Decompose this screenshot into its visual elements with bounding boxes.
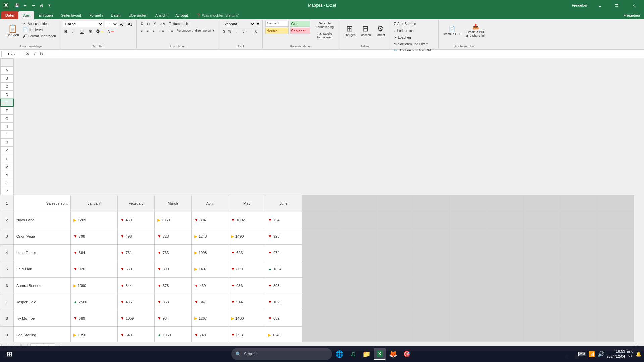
cell-I1[interactable] <box>339 195 376 212</box>
cell-E9[interactable]: ▼748 <box>192 327 228 342</box>
cell-D5[interactable]: ▼390 <box>155 261 192 278</box>
col-header-N[interactable]: N <box>0 171 14 179</box>
cell-C6[interactable]: ▼844 <box>118 278 155 294</box>
network-icon[interactable]: 📶 <box>588 351 595 357</box>
cell-L9[interactable] <box>450 327 487 342</box>
cell-I9[interactable] <box>339 327 376 342</box>
taskbar-unknown-icon[interactable]: 🎯 <box>400 348 413 360</box>
align-left-btn[interactable]: ≡ <box>139 27 144 34</box>
cell-O7[interactable] <box>560 294 597 310</box>
cell-L7[interactable] <box>450 294 487 310</box>
cell-K4[interactable] <box>413 245 450 261</box>
taskbar-chrome-icon[interactable]: 🌐 <box>333 348 345 360</box>
cell-F4[interactable]: ▼623 <box>228 245 265 261</box>
cell-N8[interactable] <box>524 310 560 327</box>
cell-P9[interactable] <box>597 327 634 342</box>
tab-einfuegen[interactable]: Einfügen <box>34 11 57 19</box>
cell-L4[interactable] <box>450 245 487 261</box>
col-header-A[interactable]: A <box>0 66 14 74</box>
number-format-select[interactable]: Standard <box>222 21 255 27</box>
close-btn[interactable]: ✕ <box>626 0 641 11</box>
cell-P3[interactable] <box>597 228 634 245</box>
cell-N7[interactable] <box>524 294 560 310</box>
cell-L5[interactable] <box>450 261 487 278</box>
taskbar-excel-icon[interactable]: X <box>374 348 386 360</box>
cell-P7[interactable] <box>597 294 634 310</box>
align-center-btn[interactable]: ≡ <box>145 27 150 34</box>
tab-search[interactable]: ❓ Was möchten Sie tun? <box>192 11 243 19</box>
cell-H3[interactable] <box>302 228 339 245</box>
cell-F2[interactable]: ▼1002 <box>228 212 265 228</box>
row-header-1[interactable]: 1 <box>0 195 14 212</box>
cell-D1[interactable]: March <box>155 195 192 212</box>
cell-H7[interactable] <box>302 294 339 310</box>
tab-start[interactable]: Start <box>18 11 34 19</box>
col-header-B[interactable]: B <box>0 74 14 82</box>
cell-P6[interactable] <box>597 278 634 294</box>
cell-A6[interactable]: Aurora Bennett <box>14 278 71 294</box>
cell-M1[interactable] <box>487 195 524 212</box>
cell-G3[interactable]: ▼923 <box>265 228 302 245</box>
cell-M7[interactable] <box>487 294 524 310</box>
dropdown-icon[interactable]: ▼ <box>46 2 53 9</box>
cell-I4[interactable] <box>339 245 376 261</box>
col-header-H[interactable]: H <box>0 123 14 131</box>
font-name-select[interactable]: Calibri <box>63 21 103 27</box>
cell-D7[interactable]: ▼863 <box>155 294 192 310</box>
underline-btn[interactable]: U <box>79 28 86 34</box>
cell-I8[interactable] <box>339 310 376 327</box>
cell-F6[interactable]: ▼986 <box>228 278 265 294</box>
tab-datei[interactable]: Datei <box>1 11 18 19</box>
cell-H5[interactable] <box>302 261 339 278</box>
cell-K8[interactable] <box>413 310 450 327</box>
col-header-J[interactable]: J <box>0 139 14 147</box>
cell-N2[interactable] <box>524 212 560 228</box>
font-color-btn[interactable]: A▬ <box>106 28 115 34</box>
decimal-dec-btn[interactable]: ←.0 <box>250 28 258 34</box>
cell-G7[interactable]: ▼1025 <box>265 294 302 310</box>
number-format-btn[interactable]: ▼ <box>256 22 260 26</box>
cell-reference-input[interactable]: E23 <box>1 51 21 57</box>
format-painter-btn[interactable]: 🖌 Format übertragen <box>21 33 57 39</box>
insert-cell-btn[interactable]: ⊞ Einfügen <box>342 21 357 41</box>
cell-C5[interactable]: ▼650 <box>118 261 155 278</box>
cell-G9[interactable]: ▶1340 <box>265 327 302 342</box>
volume-icon[interactable]: 🔊 <box>598 351 604 357</box>
cell-D2[interactable]: ▶1350 <box>155 212 192 228</box>
cell-J8[interactable] <box>376 310 413 327</box>
cell-D9[interactable]: ▲1950 <box>155 327 192 342</box>
col-header-F[interactable]: F <box>0 107 14 115</box>
increase-font-btn[interactable]: A↑ <box>119 21 126 27</box>
tab-ansicht[interactable]: Ansicht <box>151 11 171 19</box>
row-header-7[interactable]: 7 <box>0 294 14 310</box>
cell-D6[interactable]: ▼578 <box>155 278 192 294</box>
autosum-btn[interactable]: Σ AutoSumme <box>393 21 417 27</box>
cell-O1[interactable] <box>560 195 597 212</box>
freigeben-btn[interactable]: Freigeben <box>621 13 643 18</box>
cell-O3[interactable] <box>560 228 597 245</box>
row-header-5[interactable]: 5 <box>0 261 14 278</box>
cell-B3[interactable]: ▼798 <box>71 228 118 245</box>
percent-btn[interactable]: % <box>227 28 233 34</box>
cell-M2[interactable] <box>487 212 524 228</box>
cell-N6[interactable] <box>524 278 560 294</box>
italic-btn[interactable]: I <box>71 28 78 34</box>
cell-E7[interactable]: ▼847 <box>192 294 228 310</box>
cell-O6[interactable] <box>560 278 597 294</box>
cell-E2[interactable]: ▼894 <box>192 212 228 228</box>
cell-F5[interactable]: ▼869 <box>228 261 265 278</box>
cell-L6[interactable] <box>450 278 487 294</box>
insert-function-icon[interactable]: fx <box>39 51 45 56</box>
fullbereich-btn[interactable]: ↓ Füllbereich <box>393 27 415 34</box>
align-bottom-btn[interactable]: ⊻ <box>152 21 157 27</box>
cell-J4[interactable] <box>376 245 413 261</box>
col-header-I[interactable]: I <box>0 131 14 139</box>
redo-icon[interactable]: ↪ <box>30 2 37 9</box>
search-input[interactable] <box>244 352 311 356</box>
cell-E6[interactable]: ▼469 <box>192 278 228 294</box>
thousand-sep-btn[interactable]: ， <box>233 28 239 34</box>
einfuegen-btn[interactable]: 📋 Einfügen <box>4 21 21 41</box>
cell-F3[interactable]: ▶1490 <box>228 228 265 245</box>
tab-seitenlayout[interactable]: Seitenlayout <box>57 11 86 19</box>
cell-A5[interactable]: Felix Hart <box>14 261 71 278</box>
